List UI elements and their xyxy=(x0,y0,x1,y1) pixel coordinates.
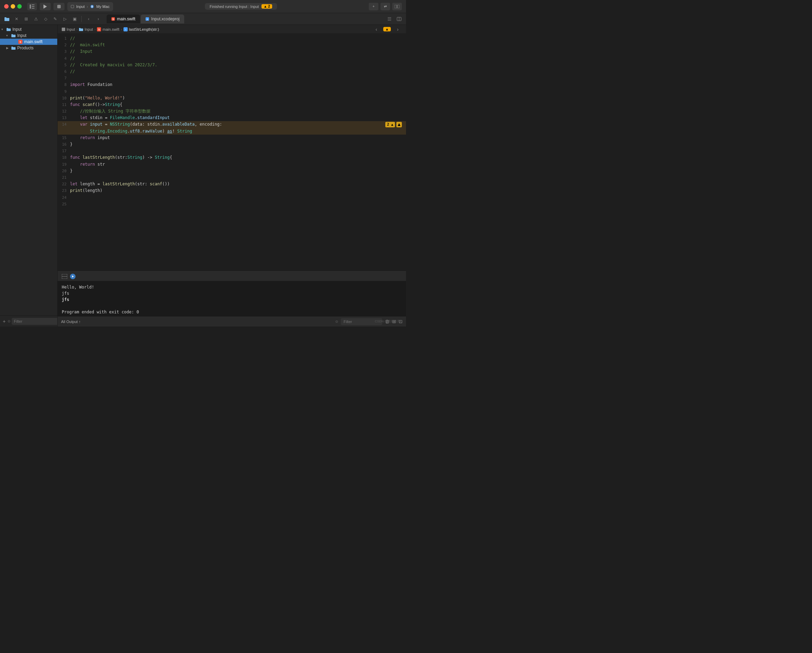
output-selector[interactable]: All Output ↑ xyxy=(61,320,81,324)
svg-rect-5 xyxy=(57,5,61,8)
scheme-selector[interactable]: Input › My Mac xyxy=(67,2,113,11)
test-icon[interactable]: ▣ xyxy=(70,15,79,23)
filter-icon: ⊙ xyxy=(8,319,10,323)
code-line-3: 3 // Input xyxy=(58,48,406,55)
code-line-17: 17 xyxy=(58,148,406,154)
svg-rect-1 xyxy=(32,5,35,5)
svg-point-7 xyxy=(90,5,94,8)
tree-item-root[interactable]: ▾ Input xyxy=(0,26,57,32)
svg-rect-8 xyxy=(92,6,92,8)
svg-text:S: S xyxy=(20,41,21,43)
add-button[interactable]: + xyxy=(369,3,379,10)
main-swift-label: main.swift xyxy=(24,39,43,44)
code-editor[interactable]: 1 // 2 // main.swift 3 // Input 4 // 5 /… xyxy=(58,34,406,271)
tab-main-swift[interactable]: S main.swift xyxy=(107,14,140,23)
code-line-15: 15 return input xyxy=(58,135,406,141)
diff-icon[interactable]: ◇ xyxy=(41,15,50,23)
chevron-right-icon: ▶ xyxy=(6,46,10,50)
svg-rect-23 xyxy=(62,28,65,31)
stop-button[interactable] xyxy=(53,3,64,10)
next-warning-button[interactable]: › xyxy=(394,25,402,34)
breadcrumb-mainswift[interactable]: main.swift xyxy=(102,27,119,31)
nav-back-button[interactable]: ‹ xyxy=(84,15,93,23)
warning-count: 2 ▲ xyxy=(385,122,395,127)
code-line-4: 4 // xyxy=(58,55,406,62)
line-warning: 2 ▲ ! xyxy=(385,122,402,127)
code-line-6: 6 // xyxy=(58,68,406,75)
minimize-button[interactable] xyxy=(11,4,15,9)
main-layout: ▾ Input ▾ Input xyxy=(0,25,406,326)
svg-text:!: ! xyxy=(398,124,400,126)
warning-icon[interactable]: ⚠ xyxy=(32,15,40,23)
breadcrumb: Input › Input › S main.swift › f lastStr… xyxy=(58,25,406,34)
code-line-11: 11 func scanf()->String{ xyxy=(58,101,406,108)
breadcrumb-input2[interactable]: Input xyxy=(84,27,93,31)
editor-area: Input › Input › S main.swift › f lastStr… xyxy=(58,25,406,326)
products-label: Products xyxy=(17,46,34,50)
file-tree: ▾ Input ▾ Input xyxy=(0,25,57,315)
code-line-7: 7 xyxy=(58,75,406,81)
filter-input[interactable] xyxy=(12,318,58,325)
svg-text:X: X xyxy=(147,18,148,20)
layout-button[interactable] xyxy=(392,3,402,10)
titlebar-right: + ⇄ xyxy=(369,3,402,10)
input-folder-label: Input xyxy=(17,33,27,38)
svg-marker-32 xyxy=(72,275,74,277)
console-run-icon xyxy=(70,274,76,279)
device-name: My Mac xyxy=(96,5,110,9)
console: Hello, World! jfs jfs Program ended with… xyxy=(58,271,406,326)
swap-button[interactable]: ⇄ xyxy=(380,3,390,10)
code-line-13: 13 let stdin = FileHandle.standardInput xyxy=(58,115,406,121)
code-line-20: 20 } xyxy=(58,168,406,174)
code-line-1: 1 // xyxy=(58,35,406,42)
console-line-blank xyxy=(62,303,402,309)
console-split-button[interactable] xyxy=(61,273,68,280)
warning-icon: ! xyxy=(396,122,402,127)
toolbar: ✕ ⊞ ⚠ ◇ ✎ ▷ ▣ ‹ › S main.swift X Input.x… xyxy=(0,13,406,25)
tree-item-input-folder[interactable]: ▾ Input xyxy=(0,32,57,39)
console-line-jfs2: jfs xyxy=(62,297,402,303)
sidebar-toggle-button[interactable] xyxy=(27,3,37,10)
sidebar: ▾ Input ▾ Input xyxy=(0,25,58,326)
add-file-button[interactable]: + xyxy=(3,318,6,325)
code-line-16: 16 } xyxy=(58,141,406,148)
tab-xcodeproj[interactable]: X Input.xcodeproj xyxy=(141,14,184,23)
scm-icon[interactable]: ✎ xyxy=(51,15,60,23)
svg-text:S: S xyxy=(98,28,100,31)
svg-rect-0 xyxy=(30,5,31,9)
run-button[interactable] xyxy=(40,3,51,10)
prev-warning-button[interactable]: ‹ xyxy=(372,25,380,34)
svg-rect-6 xyxy=(71,5,74,8)
console-line-jfs1: jfs xyxy=(62,290,402,297)
code-line-21: 21 xyxy=(58,174,406,181)
breadcrumb-func[interactable]: lastStrLength(str:) xyxy=(129,27,159,31)
output-label: All Output xyxy=(61,320,78,324)
svg-rect-3 xyxy=(32,8,35,9)
code-line-22: 22 let length = lastStrLength(str: scanf… xyxy=(58,181,406,187)
tree-item-main-swift[interactable]: S main.swift xyxy=(0,39,57,45)
tree-item-products[interactable]: ▶ Products xyxy=(0,45,57,51)
watermark: CSDN @星星月亮O xyxy=(375,319,403,324)
sidebar-bottom: + ⊙ ⊟ ⊞ xyxy=(0,315,57,326)
code-structure-button[interactable] xyxy=(385,15,394,23)
breadcrumb-warning: ▲ xyxy=(383,27,391,31)
close-button[interactable] xyxy=(4,4,9,9)
code-line-24: 24 xyxy=(58,194,406,201)
traffic-lights xyxy=(4,4,22,9)
breakpoint-icon[interactable]: ▷ xyxy=(61,15,69,23)
folder-icon[interactable] xyxy=(3,15,11,23)
jump-icon[interactable]: ⊞ xyxy=(22,15,31,23)
console-line-exit: Program ended with exit code: 0 xyxy=(62,309,402,315)
maximize-button[interactable] xyxy=(17,4,22,9)
breadcrumb-input1[interactable]: Input xyxy=(67,27,75,31)
nav-forward-button[interactable]: › xyxy=(94,15,102,23)
titlebar: Input › My Mac Finished running Input : … xyxy=(0,0,406,13)
minimap-button[interactable] xyxy=(395,15,403,23)
console-toolbar xyxy=(58,272,406,281)
code-line-5: 5 // Created by macvivi on 2022/3/7. xyxy=(58,62,406,68)
close-tab-icon[interactable]: ✕ xyxy=(12,15,21,23)
code-line-10: 10 print("Hello, World!") xyxy=(58,95,406,101)
breadcrumb-right: ‹ ▲ › xyxy=(372,25,402,34)
tab-bar: S main.swift X Input.xcodeproj xyxy=(107,14,384,23)
code-line-18: 18 func lastStrLength(str:String) -> Str… xyxy=(58,154,406,161)
